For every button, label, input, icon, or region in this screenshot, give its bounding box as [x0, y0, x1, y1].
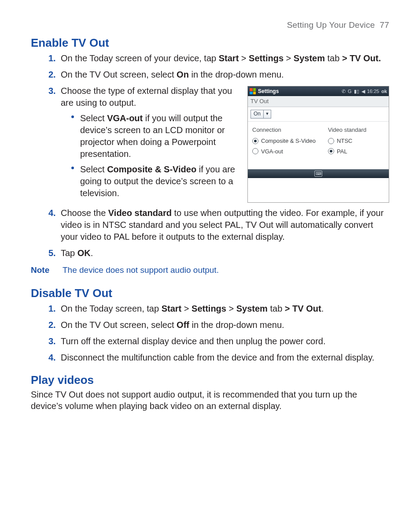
- screenshot-titlebar: Settings ✆ G ▮▯ ◀︎ 16:25 ok: [248, 86, 389, 96]
- data-icon: G: [348, 88, 352, 95]
- device-screenshot: Settings ✆ G ▮▯ ◀︎ 16:25 ok TV Out On ▼: [247, 86, 389, 203]
- radio-pal[interactable]: PAL: [328, 148, 366, 156]
- heading-play-videos: Play videos: [31, 373, 389, 387]
- enable-step-4: 4. Choose the Video standard to use when…: [48, 207, 389, 243]
- radio-icon: [328, 138, 334, 144]
- step-marker: 3.: [48, 85, 56, 97]
- text: On the TV Out screen, select: [61, 70, 177, 79]
- enable-step-1: 1. On the Today screen of your device, t…: [48, 52, 389, 64]
- step-marker: 2.: [48, 319, 56, 331]
- group-label: Video standard: [328, 126, 366, 134]
- radio-composite[interactable]: Composite & S-Video: [252, 137, 316, 145]
- video-standard-group: Video standard NTSC PAL: [328, 126, 366, 158]
- enable-steps: 1. On the Today screen of your device, t…: [31, 52, 389, 259]
- bold: Settings: [192, 304, 226, 313]
- signal-icon: ▮▯: [354, 88, 359, 95]
- text: in the drop-down menu.: [189, 320, 284, 330]
- bullet-dot-icon: [71, 115, 74, 118]
- step-marker: 2.: [48, 69, 56, 81]
- step-marker: 5.: [48, 247, 56, 259]
- connection-group: Connection Composite & S-Video VGA-out: [252, 126, 316, 158]
- clock-text: 16:25: [367, 88, 379, 95]
- windows-logo-icon: [250, 88, 256, 94]
- text: On the TV Out screen, select: [61, 320, 177, 330]
- bold: System: [236, 304, 268, 313]
- text: in the drop-down menu.: [189, 70, 284, 79]
- chapter-title: Setting Up Your Device: [287, 20, 375, 30]
- text: >: [181, 304, 192, 313]
- text: >: [226, 304, 236, 313]
- running-header: Setting Up Your Device 77: [31, 20, 389, 30]
- radio-icon: [328, 148, 334, 154]
- text: Disconnect the multifunction cable from …: [61, 353, 374, 362]
- screenshot-body: Connection Composite & S-Video VGA-out: [248, 122, 389, 170]
- enable-step-3: 3. Choose the type of external display t…: [48, 85, 389, 203]
- text: .: [91, 248, 93, 258]
- text: Tap: [61, 248, 77, 258]
- step-marker: 1.: [48, 303, 56, 315]
- text: tab: [325, 53, 342, 63]
- screenshot-subhead: TV Out: [248, 96, 389, 107]
- enable-step-2: 2. On the TV Out screen, select On in th…: [48, 69, 389, 81]
- disable-step-2: 2. On the TV Out screen, select Off in t…: [48, 319, 389, 331]
- radio-label: NTSC: [337, 137, 352, 145]
- keyboard-icon[interactable]: ⌨: [314, 171, 322, 177]
- chevron-down-icon: ▼: [263, 110, 271, 118]
- text: Select: [80, 113, 107, 123]
- speaker-icon: ◀︎: [361, 88, 365, 95]
- play-videos-body: Since TV Out does not support audio outp…: [31, 389, 389, 412]
- disable-step-4: 4. Disconnect the multifunction cable fr…: [48, 352, 389, 364]
- enable-step3-bullets: Select VGA-out if you will output the de…: [61, 112, 245, 199]
- bold: Start: [162, 304, 182, 313]
- text: >: [284, 53, 294, 63]
- bullet: Select VGA-out if you will output the de…: [71, 112, 245, 160]
- disable-step-3: 3. Turn off the external display device …: [48, 335, 389, 347]
- bold: Settings: [249, 53, 284, 63]
- text: Choose the type of external display that…: [61, 86, 232, 108]
- text: .: [321, 304, 324, 313]
- ok-button[interactable]: ok: [381, 88, 387, 95]
- group-label: Connection: [252, 126, 316, 134]
- bullet-dot-icon: [71, 167, 74, 169]
- bold: On: [177, 70, 189, 79]
- radio-label: Composite & S-Video: [261, 137, 316, 145]
- heading-enable-tv-out: Enable TV Out: [31, 36, 389, 50]
- bold: Composite & S-Video: [107, 164, 196, 174]
- screenshot-bottombar: ⌨: [248, 169, 389, 178]
- screenshot-title: Settings: [258, 88, 279, 95]
- text: Turn off the external display device and…: [61, 336, 326, 346]
- step-marker: 4.: [48, 207, 56, 219]
- note: Note The device does not support audio o…: [31, 265, 389, 275]
- text: Select: [80, 164, 107, 174]
- disable-step-1: 1. On the Today screen, tap Start > Sett…: [48, 303, 389, 315]
- radio-icon: [252, 148, 258, 154]
- step-marker: 1.: [48, 52, 56, 64]
- document-page: Setting Up Your Device 77 Enable TV Out …: [0, 0, 420, 434]
- text: On the Today screen, tap: [61, 304, 162, 313]
- radio-vga-out[interactable]: VGA-out: [252, 148, 316, 156]
- bold: > TV Out: [285, 304, 321, 313]
- text: Choose the: [61, 208, 108, 218]
- radio-ntsc[interactable]: NTSC: [328, 137, 366, 145]
- page-number: 77: [379, 20, 389, 30]
- phone-icon: ✆: [342, 88, 346, 95]
- disable-steps: 1. On the Today screen, tap Start > Sett…: [31, 303, 389, 364]
- onoff-dropdown[interactable]: On ▼: [251, 110, 271, 119]
- bold: OK: [77, 248, 91, 258]
- bold: System: [294, 53, 325, 63]
- bullet: Select Composite & S-Video if you are go…: [71, 164, 245, 199]
- text: tab: [268, 304, 285, 313]
- text: >: [239, 53, 249, 63]
- text: On the Today screen of your device, tap: [61, 53, 219, 63]
- radio-label: VGA-out: [261, 148, 283, 156]
- enable-step-5: 5. Tap OK.: [48, 247, 389, 259]
- step-marker: 3.: [48, 335, 56, 347]
- step-marker: 4.: [48, 352, 56, 364]
- radio-label: PAL: [337, 148, 347, 156]
- note-label: Note: [31, 265, 63, 275]
- bold: > TV Out.: [342, 53, 381, 63]
- screenshot-toolbar: On ▼: [248, 107, 389, 122]
- bold: Video standard: [108, 208, 172, 218]
- bold: Off: [177, 320, 189, 330]
- note-text: The device does not support audio output…: [63, 265, 219, 275]
